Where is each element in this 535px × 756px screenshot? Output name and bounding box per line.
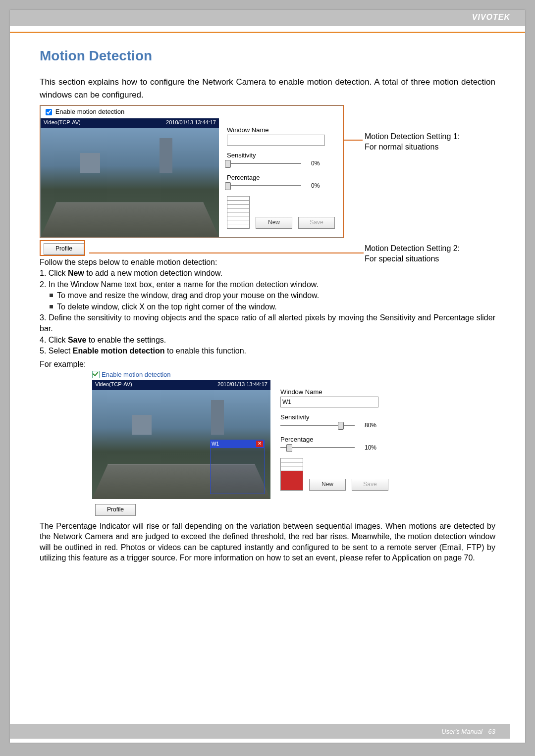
save-button[interactable]: Save — [298, 217, 335, 229]
callout-2-sub: For special situations — [365, 254, 460, 264]
intro-text: This section explains how to configure t… — [40, 76, 495, 101]
scene-building — [211, 400, 224, 435]
video-timestamp: 2010/01/13 13:44:17 — [166, 119, 216, 127]
sensitivity-value-2: 80% — [365, 422, 376, 429]
step-1: 1. Click New to add a new motion detecti… — [40, 268, 495, 279]
percentage-value-2: 10% — [365, 444, 376, 451]
step-2a: To move and resize the window, drag and … — [57, 291, 319, 300]
percentage-indicator-2 — [280, 458, 303, 491]
enable-motion-checkbox-2[interactable] — [92, 371, 100, 378]
sensitivity-slider-2[interactable] — [280, 425, 355, 426]
page-footer-text: User's Manual - 63 — [441, 728, 495, 735]
scene-building — [160, 138, 172, 173]
step-2: 2. In the Window Name text box, enter a … — [40, 279, 495, 290]
step-2b: To delete window, click X on the top rig… — [57, 302, 277, 311]
step-5: 5. Select Enable motion detection to ena… — [40, 346, 495, 356]
window-name-input-2[interactable] — [280, 397, 378, 407]
callout-1-sub: For normal situations — [365, 142, 460, 152]
window-name-input[interactable] — [227, 135, 325, 146]
detection-window-w1[interactable]: W1 ✕ — [210, 440, 265, 494]
video-preview-2[interactable]: Video(TCP-AV) 2010/01/13 13:44:17 W1 ✕ — [92, 380, 270, 499]
percentage-value: 0% — [311, 182, 320, 189]
scene-building-2 — [80, 153, 100, 173]
sensitivity-slider[interactable] — [227, 163, 301, 164]
sensitivity-label: Sensitivity — [227, 151, 337, 159]
footer-paragraph: The Percentage Indicator will rise or fa… — [40, 521, 495, 563]
window-name-label-2: Window Name — [280, 388, 489, 396]
enable-motion-checkbox[interactable] — [46, 109, 52, 115]
percentage-label: Percentage — [227, 174, 337, 181]
percentage-slider-2[interactable] — [280, 447, 355, 448]
sensitivity-label-2: Sensitivity — [280, 413, 489, 421]
callout-1-title: Motion Detection Setting 1: — [365, 132, 460, 142]
for-example-label: For example: — [40, 360, 495, 369]
scene-building-2 — [132, 415, 152, 435]
window-name-label: Window Name — [227, 126, 337, 134]
sensitivity-value: 0% — [311, 160, 320, 167]
profile-button[interactable]: Profile — [44, 243, 84, 255]
percentage-indicator — [227, 196, 250, 229]
page-title: Motion Detection — [40, 48, 495, 64]
percentage-slider[interactable] — [227, 185, 301, 186]
video-source-label: Video(TCP-AV) — [44, 119, 81, 127]
enable-motion-label: Enable motion detection — [55, 108, 124, 115]
close-icon[interactable]: ✕ — [256, 441, 263, 447]
step-4: 4. Click Save to enable the settings. — [40, 335, 495, 346]
video-source-label-2: Video(TCP-AV) — [95, 381, 132, 389]
callout-2-title: Motion Detection Setting 2: — [365, 244, 460, 254]
new-button-2[interactable]: New — [309, 479, 346, 491]
profile-button-2[interactable]: Profile — [95, 504, 136, 516]
percentage-label-2: Percentage — [280, 436, 489, 443]
step-3: 3. Define the sensitivity to moving obje… — [40, 312, 495, 335]
new-button[interactable]: New — [256, 217, 292, 229]
motion-detection-panel-1: Enable motion detection Video(TCP-AV) 20… — [40, 105, 343, 238]
video-timestamp-2: 2010/01/13 13:44:17 — [217, 381, 268, 389]
brand-text: VIVOTEK — [472, 13, 510, 22]
detection-window-title: W1 — [212, 441, 219, 447]
video-preview[interactable]: Video(TCP-AV) 2010/01/13 13:44:17 — [41, 118, 219, 237]
scene-road — [41, 202, 219, 237]
save-button-2[interactable]: Save — [352, 479, 388, 491]
enable-motion-label-2: Enable motion detection — [102, 371, 170, 378]
